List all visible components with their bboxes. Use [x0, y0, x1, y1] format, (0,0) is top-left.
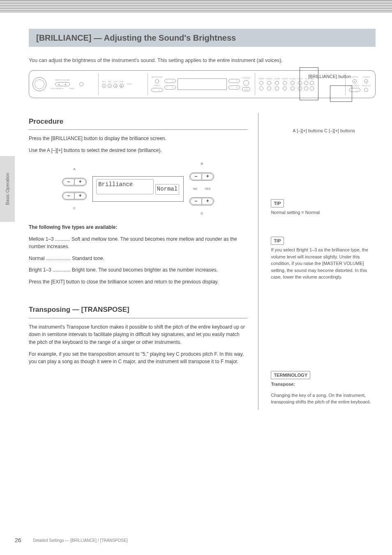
callout-text-abcd: A [–][+] buttons C [–][+] buttons: [293, 128, 355, 133]
panel-label-function: FUNCTION: [362, 85, 371, 87]
panel-label-reverb: REVERB: [351, 76, 358, 78]
terminology-title: Transpose:: [271, 381, 376, 388]
side-tab-basic-operation: Basic Operation: [0, 156, 15, 222]
d-minus-button-icon: –: [190, 198, 202, 205]
song-rec-button-icon: ●: [108, 84, 112, 88]
c-plus-button-icon: +: [74, 193, 86, 199]
panel-lcd-icon: [178, 78, 227, 90]
brilliance-buttons-icon: -+: [349, 88, 360, 92]
no-label: NO: [193, 187, 198, 191]
master-volume-knob-icon: [32, 77, 46, 91]
main-column: Procedure Press the [BRILLIANCE] button …: [29, 113, 258, 410]
options-intro: The following five types are available:: [29, 223, 247, 231]
panel-volume-section: MASTER VOLUME ◀▶ SONG BALANCE DEMO: [32, 73, 94, 95]
terminology-body: Changing the key of a song. On the instr…: [271, 392, 376, 405]
voice-row2-1-icon: [259, 86, 263, 90]
button-letter-d: D: [201, 211, 203, 216]
lcd-screen: Brilliance Normal: [92, 176, 184, 202]
option-normal: Normal .................. Standard tone.: [29, 255, 247, 263]
procedure-heading: Procedure: [29, 116, 247, 130]
a-buttons-icon: -+: [164, 79, 176, 83]
contrast-knob-icon: [243, 80, 249, 86]
option-mellow: Mellow 1–3 ........... Soft and mellow t…: [29, 235, 247, 251]
d-buttons-icon: -+: [228, 85, 240, 90]
d-plus-button-icon: +: [202, 198, 213, 205]
b-buttons-icon: -+: [228, 79, 240, 83]
chorus-button-icon: ●: [364, 79, 368, 83]
voice-splitlayer-icon: [310, 86, 314, 90]
option-bright: Bright 1–3 ............. Bright tone. Th…: [29, 266, 247, 274]
panel-effects-section: REVERB ● BRILLIANCE -+ CHORUS ● FUNCTION: [345, 73, 390, 95]
song-play-button-icon: ▶: [120, 84, 124, 88]
panel-label-demo: DEMO: [69, 88, 74, 90]
terminology-label: TERMINOLOGY: [271, 371, 310, 380]
voice-row2-3-icon: [275, 86, 279, 90]
tip1-label: TIP: [271, 199, 284, 208]
voice-grand-button-icon: [259, 81, 263, 85]
panel-song-section: FILE● REC● STOP■ PLAY▶ SONG: [98, 73, 143, 95]
panel-label-tempo: TEMPO: [154, 85, 160, 87]
transpose-paragraph-1: The instrument's Transpose function make…: [29, 323, 247, 346]
panel-label-song: SONG: [127, 83, 132, 85]
lcd-value: Normal: [155, 184, 179, 195]
side-column: TIP Normal setting = Normal TIP If you s…: [271, 113, 376, 410]
voice-row2-6-icon: [298, 86, 302, 90]
button-letter-c: C: [73, 206, 76, 211]
b-button-pair: – +: [189, 173, 214, 181]
panel-display-section: METRONOME TEMPO -+ -+ -+ -+ -+ CONTRAST …: [148, 73, 251, 95]
panel-label-contrast: CONTRAST: [242, 77, 251, 79]
footer-title: Detailed Settings — [BRILLIANCE] / [TRAN…: [33, 538, 128, 543]
transpose-heading: Transposing — [TRANSPOSE]: [29, 304, 247, 318]
voice-row2-2-icon: [267, 86, 271, 90]
d-button-pair: – +: [189, 197, 214, 205]
a-minus-button-icon: –: [63, 179, 74, 185]
c-buttons-icon: -+: [164, 85, 176, 90]
exit-button-icon: EXIT: [242, 87, 250, 91]
page-title-text: [BRILLIANCE] — Adjusting the Sound's Bri…: [36, 33, 236, 43]
lcd-label: Brilliance: [96, 179, 154, 195]
function-button-icon: [364, 88, 368, 92]
button-letter-b: B: [201, 161, 203, 166]
tip2-label: TIP: [271, 237, 284, 245]
button-letter-a: A: [74, 167, 76, 172]
transpose-paragraph-2: For example, if you set the transpositio…: [29, 350, 247, 366]
song-stop-button-icon: ■: [113, 84, 118, 88]
tip1-body: Normal setting = Normal: [271, 209, 376, 216]
voice-xg-button-icon: [304, 81, 308, 85]
voice-row2-4-icon: [283, 86, 287, 90]
page-content: [BRILLIANCE] — Adjusting the Sound's Bri…: [29, 29, 376, 534]
b-plus-button-icon: +: [202, 173, 213, 180]
yes-label: YES: [205, 187, 210, 191]
page-title-bar: [BRILLIANCE] — Adjusting the Sound's Bri…: [29, 29, 376, 47]
lcd-diagram: A – + – + C Brilliance Normal: [29, 161, 247, 216]
demo-button-icon: [79, 82, 83, 86]
song-file-button-icon: ●: [102, 84, 106, 88]
c-button-pair: – +: [62, 192, 87, 200]
voice-organ-button-icon: [275, 81, 279, 85]
voice-row2-7-icon: [304, 86, 308, 90]
procedure-step-2: Use the A [–][+] buttons to select the d…: [29, 147, 247, 154]
tip2-body: If you select Bright 1–3 as the brillian…: [271, 246, 376, 281]
voice-epiano-button-icon: [267, 81, 271, 85]
b-minus-button-icon: –: [190, 173, 202, 180]
procedure-step-3: Press the [EXIT] button to close the bri…: [29, 278, 247, 286]
panel-label-metronome: METRONOME: [152, 76, 162, 78]
callout-text-brilliance: [BRILLIANCE] button: [308, 74, 351, 79]
page-top-stripes: [0, 0, 392, 12]
voice-strings-button-icon: [283, 81, 287, 85]
a-plus-button-icon: +: [74, 179, 86, 185]
voice-guitar-button-icon: [291, 81, 295, 85]
metronome-button-icon: [155, 79, 159, 83]
page-number: 26: [15, 537, 21, 543]
c-minus-button-icon: –: [63, 193, 74, 199]
tempo-buttons-icon: -+: [151, 88, 163, 92]
reverb-button-icon: ●: [353, 79, 357, 83]
song-balance-slider-icon: ◀▶: [55, 82, 70, 86]
a-button-pair: – +: [62, 178, 87, 186]
voice-variation-button-icon: [310, 81, 314, 85]
panel-label-master-volume: MASTER VOLUME: [55, 79, 69, 81]
intro-paragraph: You can adjust the brightness of the ins…: [29, 57, 348, 64]
panel-label-song-balance: SONG BALANCE: [51, 88, 64, 90]
panel-label-chorus: CHORUS: [363, 76, 370, 78]
voice-row2-5-icon: [291, 86, 295, 90]
